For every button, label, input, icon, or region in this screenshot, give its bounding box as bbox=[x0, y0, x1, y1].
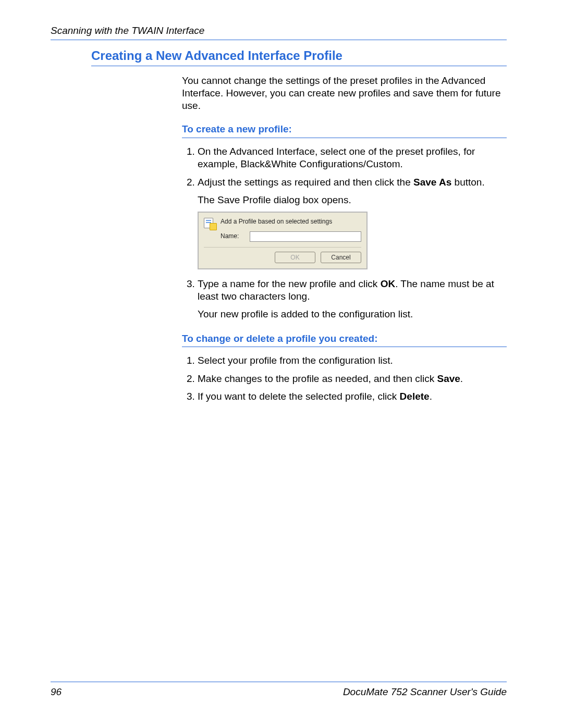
list-item: Type a name for the new profile and clic… bbox=[198, 278, 507, 321]
create-steps-list: On the Advanced Interface, select one of… bbox=[182, 145, 507, 321]
bold-text: Save bbox=[437, 373, 460, 384]
page-footer: 96 DocuMate 752 Scanner User's Guide bbox=[51, 682, 507, 698]
intro-paragraph: You cannot change the settings of the pr… bbox=[182, 75, 507, 112]
dialog-title: Add a Profile based on selected settings bbox=[221, 218, 361, 226]
name-label: Name: bbox=[221, 232, 243, 240]
cancel-button[interactable]: Cancel bbox=[321, 252, 361, 263]
section-title: Creating a New Advanced Interface Profil… bbox=[91, 48, 507, 66]
step-text: . bbox=[460, 373, 463, 384]
list-item: On the Advanced Interface, select one of… bbox=[198, 145, 507, 171]
ok-button[interactable]: OK bbox=[275, 252, 315, 263]
list-item: Adjust the settings as required and then… bbox=[198, 176, 507, 269]
step-follow-text: Your new profile is added to the configu… bbox=[198, 308, 507, 320]
page-number: 96 bbox=[51, 686, 62, 698]
step-text: Adjust the settings as required and then… bbox=[198, 177, 413, 188]
subheading-change: To change or delete a profile you create… bbox=[182, 332, 507, 348]
bold-text: OK bbox=[381, 278, 396, 289]
bold-text: Delete bbox=[400, 391, 430, 402]
footer-title: DocuMate 752 Scanner User's Guide bbox=[343, 686, 507, 698]
profile-document-icon bbox=[204, 218, 215, 229]
step-text: Type a name for the new profile and clic… bbox=[198, 278, 381, 289]
step-text: If you want to delete the selected profi… bbox=[198, 391, 400, 402]
step-text: . bbox=[430, 391, 432, 402]
list-item: Make changes to the profile as needed, a… bbox=[198, 373, 507, 385]
list-item: If you want to delete the selected profi… bbox=[198, 390, 507, 403]
dialog-separator bbox=[204, 247, 361, 248]
subheading-create: To create a new profile: bbox=[182, 123, 507, 138]
running-header: Scanning with the TWAIN Interface bbox=[51, 25, 507, 40]
change-steps-list: Select your profile from the configurati… bbox=[182, 354, 507, 403]
step-text: Make changes to the profile as needed, a… bbox=[198, 373, 437, 384]
save-profile-dialog: Add a Profile based on selected settings… bbox=[198, 212, 507, 269]
list-item: Select your profile from the configurati… bbox=[198, 354, 507, 367]
step-text: button. bbox=[451, 177, 484, 188]
bold-text: Save As bbox=[413, 177, 451, 188]
name-input[interactable] bbox=[250, 231, 361, 242]
step-follow-text: The Save Profile dialog box opens. bbox=[198, 194, 507, 206]
